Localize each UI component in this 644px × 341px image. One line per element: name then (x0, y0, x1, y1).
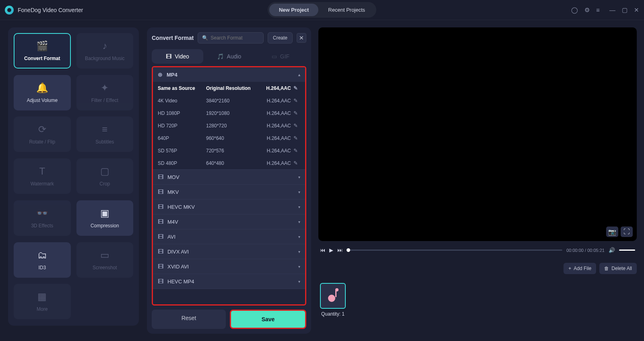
edit-icon[interactable]: ✎ (293, 148, 298, 154)
format-group-header[interactable]: 🎞HEVC MKV▾ (153, 200, 305, 214)
tool-label: Background Music (85, 56, 125, 61)
tool-icon: T (39, 166, 45, 177)
next-icon[interactable]: ⏭ (337, 247, 343, 253)
tool-tile-compression[interactable]: ▣Compression (76, 200, 134, 236)
subtab-audio[interactable]: 🎵 Audio (203, 49, 255, 64)
user-icon[interactable]: ◯ (571, 6, 578, 14)
preset-header-row[interactable]: Same as SourceOriginal ResolutionH.264,A… (153, 82, 305, 94)
tool-tile-rotate-flip[interactable]: ⟳Rotate / Flip (14, 116, 71, 152)
preset-row[interactable]: 4K Video3840*2160H.264,AAC ✎ (153, 94, 305, 107)
format-group-header[interactable]: 🎞DIVX AVI▾ (153, 244, 305, 259)
edit-icon[interactable]: ✎ (293, 85, 298, 91)
search-format-input[interactable] (211, 35, 259, 41)
edit-icon[interactable]: ✎ (293, 160, 298, 166)
subtab-gif[interactable]: ▭ GIF (255, 49, 306, 64)
tool-tile-watermark[interactable]: TWatermark (14, 158, 71, 194)
search-format-box[interactable]: 🔍 (198, 32, 264, 44)
tool-label: Screenshot (93, 265, 117, 270)
maximize-icon[interactable]: ▢ (622, 6, 627, 14)
chevron-down-icon: ▾ (298, 175, 300, 179)
app-logo-icon (5, 6, 14, 15)
preset-codec: H.264,AAC ✎ (252, 160, 300, 166)
tool-tile-3d-effects[interactable]: 👓3D Effects (14, 200, 71, 236)
format-group-header[interactable]: 🎞MOV▾ (153, 170, 305, 184)
add-file-button[interactable]: + Add File (564, 263, 596, 274)
tool-icon: ▦ (37, 291, 47, 302)
preview-column: 📷 ⛶ ⏮ ▶ ⏭ 00:00:00 / 00:05:21 🔊 + Add Fi… (314, 20, 644, 341)
clip-thumbnail (320, 283, 346, 309)
tool-label: Filter / Effect (91, 98, 118, 103)
format-name: DIVX AVI (167, 249, 189, 255)
trash-icon: 🗑 (604, 266, 609, 271)
playback-knob[interactable] (347, 248, 350, 252)
tool-tile-adjust-volume[interactable]: 🔔Adjust Volume (14, 75, 71, 110)
subtab-video-label: Video (175, 53, 189, 60)
menu-icon[interactable]: ≡ (596, 6, 600, 13)
volume-icon[interactable]: 🔊 (609, 247, 615, 253)
format-group-header[interactable]: 🎞XVID AVI▾ (153, 259, 305, 274)
preset-row[interactable]: SD 480P640*480H.264,AAC ✎ (153, 157, 305, 169)
tool-label: Compression (91, 223, 119, 229)
tool-tile-background-music[interactable]: ♪Background Music (76, 33, 134, 69)
format-group-header[interactable]: 🎞AVI▾ (153, 229, 305, 244)
close-icon[interactable]: ✕ (634, 6, 639, 14)
chevron-down-icon: ▾ (298, 190, 300, 194)
preset-header-col2: Original Resolution (206, 85, 252, 91)
delete-all-button[interactable]: 🗑 Delete All (599, 263, 637, 274)
preset-name: 640P (158, 135, 206, 141)
tool-icon: 🎬 (36, 40, 48, 52)
format-panel-wrap: Convert Format 🔍 Create ✕ 🎞 Video 🎵 Audi… (147, 20, 314, 341)
format-group-header[interactable]: 🎞HEVC MP4▾ (153, 274, 305, 289)
clip-item[interactable]: Quantity: 1 (320, 283, 346, 317)
chevron-up-icon: ▴ (298, 73, 300, 77)
subtab-gif-label: GIF (280, 53, 289, 60)
preset-row[interactable]: 640P960*640H.264,AAC ✎ (153, 132, 305, 144)
tool-tile-id3[interactable]: 🗂ID3 (14, 242, 71, 278)
playback-track[interactable] (347, 250, 562, 251)
format-group-header[interactable]: 🎞M4V▾ (153, 214, 305, 229)
minimize-icon[interactable]: — (609, 6, 615, 14)
fullscreen-icon[interactable]: ⛶ (621, 227, 633, 237)
subtab-video[interactable]: 🎞 Video (152, 49, 203, 64)
tool-label: Rotate / Flip (29, 139, 55, 145)
edit-icon[interactable]: ✎ (293, 123, 298, 129)
tab-new-project[interactable]: New Project (269, 4, 318, 16)
prev-icon[interactable]: ⏮ (320, 247, 325, 253)
play-icon[interactable]: ▶ (329, 247, 333, 253)
volume-slider[interactable] (619, 250, 635, 251)
gear-icon[interactable]: ⚙ (584, 6, 590, 14)
tab-recent-projects[interactable]: Recent Projects (318, 4, 375, 16)
add-file-label: Add File (574, 266, 591, 271)
tool-tile-subtitles[interactable]: ≡Subtitles (76, 116, 134, 152)
preset-resolution: 960*640 (206, 135, 252, 141)
app-title: FoneDog Video Converter (18, 7, 83, 13)
tool-tile-more[interactable]: ▦More (14, 284, 71, 319)
tool-tile-filter-effect[interactable]: ✦Filter / Effect (76, 75, 134, 110)
clip-tray: Quantity: 1 (318, 280, 637, 317)
edit-icon[interactable]: ✎ (293, 110, 298, 116)
create-button[interactable]: Create (268, 32, 293, 44)
tool-tile-screenshot[interactable]: ▭Screenshot (76, 242, 134, 278)
save-button[interactable]: Save (230, 310, 306, 329)
tool-tile-crop[interactable]: ▢Crop (76, 158, 134, 194)
format-group-mkv: 🎞MKV▾ (153, 185, 305, 200)
titlebar-tabs: New Project Recent Projects (268, 2, 376, 18)
snapshot-icon[interactable]: 📷 (606, 227, 618, 237)
main-layout: 🎬Convert Format♪Background Music🔔Adjust … (0, 20, 644, 341)
tool-icon: ≡ (102, 124, 107, 135)
format-group-header[interactable]: 🎞MKV▾ (153, 185, 305, 199)
preset-row[interactable]: SD 576P720*576H.264,AAC ✎ (153, 144, 305, 157)
tool-label: 3D Effects (31, 223, 53, 229)
edit-icon[interactable]: ✎ (293, 135, 298, 141)
panel-close-button[interactable]: ✕ (297, 33, 306, 43)
preset-row[interactable]: HD 1080P1920*1080H.264,AAC ✎ (153, 107, 305, 119)
format-group-hevc-mkv: 🎞HEVC MKV▾ (153, 200, 305, 214)
time-current: 00:00:00 (566, 248, 584, 253)
reset-button[interactable]: Reset (152, 310, 226, 329)
time-display: 00:00:00 / 00:05:21 (566, 248, 605, 253)
tool-tile-convert-format[interactable]: 🎬Convert Format (14, 33, 71, 69)
preset-row[interactable]: HD 720P1280*720H.264,AAC ✎ (153, 119, 305, 132)
edit-icon[interactable]: ✎ (293, 98, 298, 104)
file-actions: + Add File 🗑 Delete All (318, 261, 637, 276)
format-group-header-mp4[interactable]: ⊛MP4▴ (153, 67, 305, 82)
